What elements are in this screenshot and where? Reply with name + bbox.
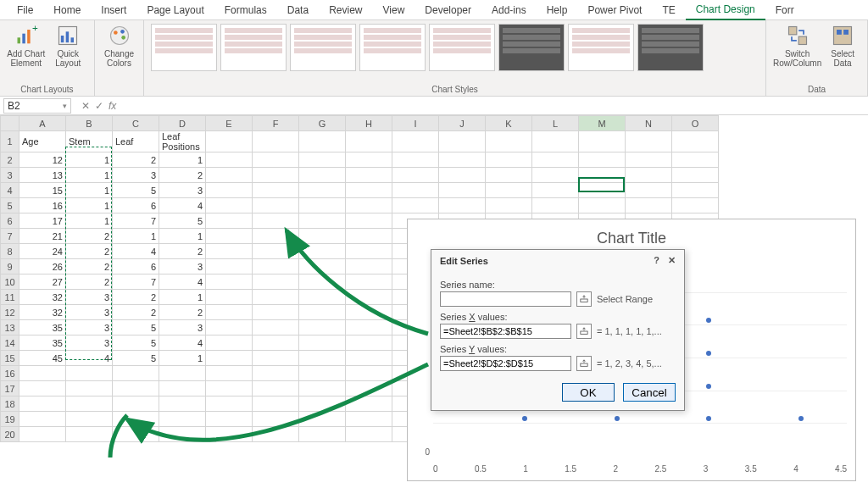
cell-B20[interactable] [66,427,113,442]
cell-D8[interactable]: 2 [159,244,206,259]
row-header-14[interactable]: 14 [1,336,19,351]
cell-L1[interactable] [532,131,579,152]
cell-M1[interactable] [579,131,626,152]
cell-K3[interactable] [486,168,532,183]
column-header-N[interactable]: N [626,116,672,131]
cell-F15[interactable] [253,351,299,366]
tab-file[interactable]: File [7,1,43,19]
cell-D12[interactable]: 2 [159,305,206,320]
cell-C1[interactable]: Leaf [113,131,159,152]
chart-style-5[interactable] [429,24,495,71]
cell-E10[interactable] [206,274,253,290]
chart-point[interactable] [522,416,527,421]
cell-J1[interactable] [439,131,486,152]
change-colors-button[interactable]: Change Colors [102,24,136,68]
cell-L5[interactable] [532,198,579,214]
cell-I2[interactable] [392,152,439,168]
cell-G6[interactable] [299,214,346,229]
chart-point[interactable] [615,416,620,421]
cell-C5[interactable]: 6 [113,198,159,214]
cell-E5[interactable] [206,198,253,214]
cell-E3[interactable] [206,168,253,183]
cell-H4[interactable] [346,183,392,198]
cell-I1[interactable] [392,131,439,152]
cell-F2[interactable] [253,152,299,168]
row-header-11[interactable]: 11 [1,290,19,305]
tab-formulas[interactable]: Formulas [214,1,277,19]
cell-A6[interactable]: 17 [19,214,66,229]
cell-E12[interactable] [206,305,253,320]
row-header-7[interactable]: 7 [1,229,19,244]
cell-G10[interactable] [299,274,346,290]
cell-D13[interactable]: 3 [159,320,206,336]
column-header-H[interactable]: H [346,116,392,131]
cell-C16[interactable] [113,366,159,381]
row-header-3[interactable]: 3 [1,168,19,183]
cell-B7[interactable]: 2 [66,229,113,244]
cell-E16[interactable] [206,366,253,381]
cell-F8[interactable] [253,244,299,259]
cell-D5[interactable]: 4 [159,198,206,214]
chart-point[interactable] [706,384,711,389]
cell-B3[interactable]: 1 [66,168,113,183]
cell-H10[interactable] [346,274,392,290]
cell-K2[interactable] [486,152,532,168]
cell-A20[interactable] [19,427,66,442]
cell-N5[interactable] [626,198,672,214]
cell-H3[interactable] [346,168,392,183]
cell-E14[interactable] [206,336,253,351]
cell-H15[interactable] [346,351,392,366]
enter-formula-icon[interactable]: ✓ [95,100,103,112]
chart-style-6[interactable] [498,24,565,71]
series-name-input[interactable] [440,291,571,307]
chart-style-4[interactable] [359,24,426,71]
cell-D16[interactable] [159,366,206,381]
cell-B10[interactable]: 2 [66,274,113,290]
cell-F5[interactable] [253,198,299,214]
chart-style-8[interactable] [637,24,704,71]
chart-style-2[interactable] [220,24,287,71]
chart-style-1[interactable] [151,24,217,71]
cell-B4[interactable]: 1 [66,183,113,198]
cell-F7[interactable] [253,229,299,244]
chart-style-7[interactable] [568,24,634,71]
cell-H9[interactable] [346,259,392,274]
cell-C15[interactable]: 5 [113,351,159,366]
cell-A14[interactable]: 35 [19,336,66,351]
chart-title[interactable]: Chart Title [408,219,855,252]
cell-A10[interactable]: 27 [19,274,66,290]
column-header-K[interactable]: K [486,116,532,131]
tab-review[interactable]: Review [319,1,372,19]
column-header-A[interactable]: A [19,116,66,131]
cell-G7[interactable] [299,229,346,244]
tab-view[interactable]: View [373,1,415,19]
cell-E2[interactable] [206,152,253,168]
cell-A12[interactable]: 32 [19,305,66,320]
cell-F11[interactable] [253,290,299,305]
cancel-button[interactable]: Cancel [623,383,676,402]
cell-M3[interactable] [579,168,626,183]
row-header-10[interactable]: 10 [1,274,19,290]
cell-G2[interactable] [299,152,346,168]
chart-point[interactable] [706,416,711,421]
cell-J2[interactable] [439,152,486,168]
row-header-1[interactable]: 1 [1,131,19,152]
close-icon[interactable]: ✕ [668,255,676,266]
cell-B12[interactable]: 3 [66,305,113,320]
fx-icon[interactable]: fx [108,100,116,112]
cell-A4[interactable]: 15 [19,183,66,198]
add-chart-element-button[interactable]: + Add Chart Element [7,24,46,68]
cell-C17[interactable] [113,381,159,396]
cell-H6[interactable] [346,214,392,229]
range-picker-x-button[interactable] [576,324,592,339]
cell-B2[interactable]: 1 [66,152,113,168]
cell-G8[interactable] [299,244,346,259]
cell-H16[interactable] [346,366,392,381]
cell-C19[interactable] [113,412,159,427]
tab-data[interactable]: Data [277,1,319,19]
cell-M4[interactable] [579,183,626,198]
cell-C13[interactable]: 5 [113,320,159,336]
cell-H8[interactable] [346,244,392,259]
cell-C4[interactable]: 5 [113,183,159,198]
cell-I3[interactable] [392,168,439,183]
